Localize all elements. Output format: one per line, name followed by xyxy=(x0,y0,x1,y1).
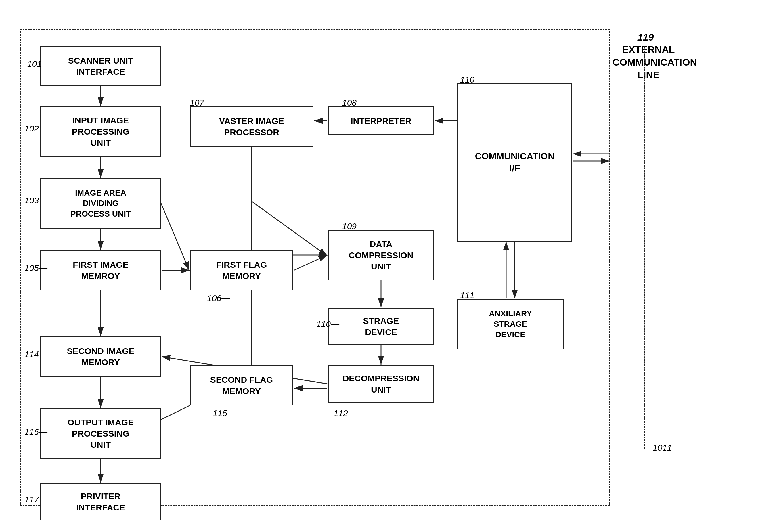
ext-comm-number: 119 xyxy=(609,32,682,43)
decompression-label: DECOMPRESSION UNIT xyxy=(343,373,419,395)
second-image-label: SECOND IMAGE MEMORY xyxy=(67,345,134,368)
storage-device-label: STRAGE DEVICE xyxy=(363,315,399,338)
label-112: 112 xyxy=(334,408,348,418)
scanner-unit-label: SCANNER UNIT INTERFACE xyxy=(68,55,133,77)
output-image-block: OUTPUT IMAGE PROCESSING UNIT xyxy=(40,408,161,459)
communication-if-block: COMMUNICATION I/F xyxy=(457,84,572,242)
label-116: 116— xyxy=(25,427,48,437)
decompression-block: DECOMPRESSION UNIT xyxy=(328,365,434,403)
printer-interface-block: PRIVITER INTERFACE xyxy=(40,483,161,521)
label-109: 109 xyxy=(342,221,356,231)
vaster-image-label: VASTER IMAGE PROCESSOR xyxy=(219,115,284,138)
communication-if-label: COMMUNICATION I/F xyxy=(475,150,555,174)
data-compression-label: DATA COMPRESSION UNIT xyxy=(348,239,413,272)
interpreter-label: INTERPRETER xyxy=(350,115,411,127)
label-101: 101 xyxy=(27,59,42,69)
label-117: 117— xyxy=(25,495,48,504)
ext-comm-vertical-line xyxy=(644,46,645,448)
data-compression-block: DATA COMPRESSION UNIT xyxy=(328,230,434,280)
first-image-block: FIRST IMAGE MEMROY xyxy=(40,250,161,290)
image-area-label: IMAGE AREA DIVIDING PROCESS UNIT xyxy=(70,188,131,219)
label-108: 108 xyxy=(342,98,356,107)
scanner-unit-interface-block: SCANNER UNIT INTERFACE xyxy=(40,46,161,86)
label-106: 106— xyxy=(207,293,230,303)
ext-comm-line-label: EXTERNALCOMMUNICATIONLINE xyxy=(613,43,684,82)
vaster-image-block: VASTER IMAGE PROCESSOR xyxy=(190,106,313,147)
second-flag-block: SECOND FLAG MEMORY xyxy=(190,365,293,405)
label-115: 115— xyxy=(213,408,236,418)
second-image-block: SECOND IMAGE MEMORY xyxy=(40,337,161,377)
image-area-block: IMAGE AREA DIVIDING PROCESS UNIT xyxy=(40,178,161,229)
label-107: 107 xyxy=(190,98,204,107)
label-114: 114— xyxy=(25,349,48,359)
label-103: 103— xyxy=(25,195,48,205)
anxiliary-storage-block: ANXILIARY STRAGE DEVICE xyxy=(457,299,564,349)
first-flag-block: FIRST FLAG MEMORY xyxy=(190,250,293,290)
interpreter-block: INTERPRETER xyxy=(328,106,434,135)
label-111: 111— xyxy=(460,290,483,300)
storage-device-block: STRAGE DEVICE xyxy=(328,308,434,345)
label-1011: 1011 xyxy=(653,443,672,452)
second-flag-label: SECOND FLAG MEMORY xyxy=(210,374,273,397)
label-110: 110— xyxy=(316,319,339,329)
label-102: 102— xyxy=(25,124,48,133)
output-image-label: OUTPUT IMAGE PROCESSING UNIT xyxy=(68,417,134,450)
printer-interface-label: PRIVITER INTERFACE xyxy=(76,491,125,513)
first-image-label: FIRST IMAGE MEMROY xyxy=(73,259,128,282)
diagram-container: SCANNER UNIT INTERFACE 101 INPUT IMAGE P… xyxy=(11,11,771,523)
input-image-label: INPUT IMAGE PROCESSING UNIT xyxy=(72,115,129,148)
anxiliary-storage-label: ANXILIARY STRAGE DEVICE xyxy=(489,309,532,340)
label-105: 105— xyxy=(25,263,48,273)
first-flag-label: FIRST FLAG MEMORY xyxy=(216,259,267,282)
input-image-block: INPUT IMAGE PROCESSING UNIT xyxy=(40,106,161,157)
label-110b: 110 xyxy=(460,75,474,85)
